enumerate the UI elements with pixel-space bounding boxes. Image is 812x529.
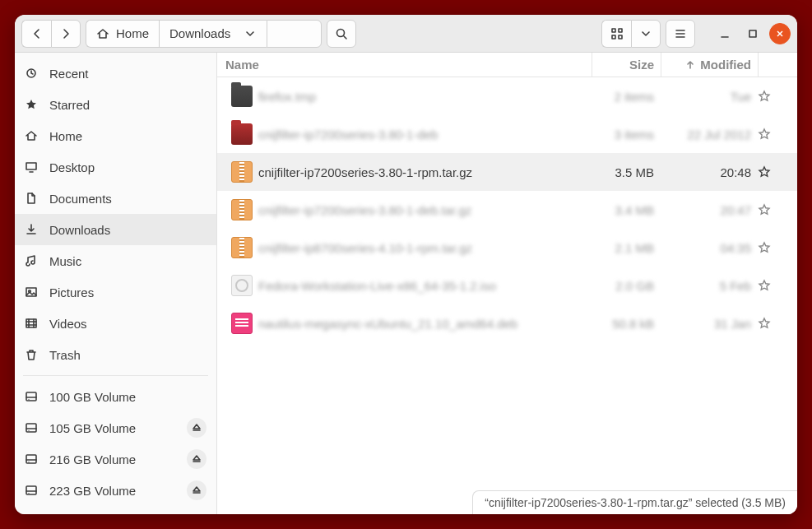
forward-button[interactable]: [51, 20, 81, 48]
svg-rect-6: [26, 163, 36, 169]
svg-point-13: [28, 430, 29, 431]
sidebar-item-label: 223 GB Volume: [49, 484, 136, 498]
svg-rect-12: [26, 424, 36, 432]
status-bar: “cnijfilter-ip7200series-3.80-1-rpm.tar.…: [472, 490, 797, 514]
sidebar-item-label: 216 GB Volume: [49, 452, 136, 466]
file-size: 3.5 MB: [592, 165, 661, 179]
search-icon: [335, 27, 348, 40]
minimize-button[interactable]: [713, 20, 736, 48]
sidebar-separator: [23, 375, 208, 376]
path-home-label: Home: [116, 26, 149, 40]
sidebar-item-label: Desktop: [49, 160, 95, 174]
file-modified: 31 Jan: [661, 317, 758, 331]
star-toggle[interactable]: [758, 90, 789, 103]
star-icon: [758, 279, 771, 292]
sidebar-item-label: 105 GB Volume: [49, 421, 136, 435]
file-name: firefox.tmp: [258, 90, 592, 104]
music-icon: [25, 254, 38, 267]
eject-button[interactable]: [187, 418, 206, 438]
svg-rect-5: [749, 30, 756, 37]
file-name: Fedora-Workstation-Live-x86_64-35-1.2.is…: [258, 279, 592, 293]
sidebar-item-home[interactable]: Home: [15, 120, 216, 151]
sidebar-item-starred[interactable]: Starred: [15, 89, 216, 120]
file-row[interactable]: cnijfilter-ip8700series-4.10-1-rpm.tar.g…: [217, 229, 797, 267]
back-button[interactable]: [21, 20, 51, 48]
star-icon: [758, 128, 771, 141]
svg-rect-4: [619, 35, 622, 39]
file-name: cnijfilter-ip7200series-3.80-1-deb: [258, 128, 592, 142]
file-row[interactable]: cnijfilter-ip7200series-3.80-1-deb.tar.g…: [217, 191, 797, 229]
file-type-icon: [225, 275, 258, 296]
file-size: 2.1 MB: [592, 241, 661, 255]
chevron-down-icon: [639, 27, 652, 40]
column-headers: Name Size Modified: [217, 53, 797, 77]
sidebar-item-desktop[interactable]: Desktop: [15, 151, 216, 183]
file-name: cnijfilter-ip8700series-4.10-1-rpm.tar.g…: [258, 241, 592, 255]
file-modified: 20:48: [661, 165, 758, 179]
maximize-button[interactable]: [741, 20, 764, 48]
column-size[interactable]: Size: [592, 53, 661, 77]
sidebar-item-documents[interactable]: Documents: [15, 183, 216, 214]
sidebar-item-trash[interactable]: Trash: [15, 339, 216, 370]
file-type-icon: [225, 161, 258, 183]
sidebar-item-label: Home: [49, 129, 82, 143]
path-segment-current[interactable]: Downloads: [159, 20, 267, 48]
file-type-icon: [225, 313, 258, 334]
file-row[interactable]: cnijfilter-ip7200series-3.80-1-rpm.tar.g…: [217, 153, 797, 191]
eject-button[interactable]: [187, 449, 206, 469]
view-options-button[interactable]: [631, 20, 661, 48]
column-name[interactable]: Name: [225, 58, 592, 72]
hamburger-menu-button[interactable]: [666, 20, 695, 48]
path-segment-home[interactable]: Home: [86, 20, 159, 48]
sidebar-item-pictures[interactable]: Pictures: [15, 276, 216, 308]
drive-icon: [25, 452, 38, 466]
search-button[interactable]: [327, 20, 356, 48]
sidebar-item-videos[interactable]: Videos: [15, 308, 216, 339]
sidebar-item-label: Trash: [49, 348, 81, 362]
star-icon: [758, 203, 771, 216]
sort-ascending-icon: [684, 58, 697, 72]
file-modified: 22 Jul 2012: [661, 128, 758, 142]
svg-point-17: [28, 493, 29, 494]
sidebar-item-music[interactable]: Music: [15, 245, 216, 276]
file-size: 3 items: [592, 128, 661, 142]
close-button[interactable]: [769, 23, 791, 44]
sidebar-item-downloads[interactable]: Downloads: [15, 214, 216, 245]
sidebar-volume[interactable]: 100 GB Volume: [15, 381, 216, 412]
file-modified: 20:47: [661, 203, 758, 217]
star-icon: [758, 317, 771, 330]
eject-icon: [190, 484, 203, 497]
file-row[interactable]: nautilus-megasync-xUbuntu_21.10_amd64.de…: [217, 304, 797, 342]
star-toggle[interactable]: [758, 317, 789, 330]
svg-rect-9: [26, 319, 36, 327]
sidebar-item-label: Downloads: [49, 223, 110, 237]
star-toggle[interactable]: [758, 165, 789, 179]
star-toggle[interactable]: [758, 279, 789, 292]
file-size: 50.8 kB: [592, 317, 661, 331]
column-starred[interactable]: [758, 53, 789, 77]
file-row[interactable]: cnijfilter-ip7200series-3.80-1-deb3 item…: [217, 115, 797, 153]
file-type-icon: [225, 237, 258, 258]
star-toggle[interactable]: [758, 203, 789, 216]
sidebar-volume[interactable]: 223 GB Volume: [15, 475, 216, 506]
file-modified: Tue: [661, 90, 758, 104]
column-modified[interactable]: Modified: [661, 53, 758, 77]
icon-view-button[interactable]: [601, 20, 631, 48]
maximize-icon: [746, 27, 759, 40]
star-toggle[interactable]: [758, 128, 789, 141]
sidebar-volume[interactable]: 216 GB Volume: [15, 443, 216, 475]
file-row[interactable]: Fedora-Workstation-Live-x86_64-35-1.2.is…: [217, 267, 797, 304]
close-icon: [775, 29, 785, 39]
sidebar-item-label: Recent: [49, 67, 89, 81]
path-empty-area[interactable]: [267, 20, 321, 48]
eject-button[interactable]: [187, 480, 206, 500]
file-type-icon: [225, 123, 258, 145]
file-row[interactable]: firefox.tmp2 itemsTue: [217, 77, 797, 115]
star-toggle[interactable]: [758, 241, 789, 254]
svg-rect-10: [26, 392, 36, 401]
recent-icon: [25, 67, 38, 80]
file-size: 3.4 MB: [592, 203, 661, 217]
sidebar-item-recent[interactable]: Recent: [15, 58, 216, 89]
sidebar-volume[interactable]: 105 GB Volume: [15, 412, 216, 443]
starred-icon: [25, 98, 38, 111]
